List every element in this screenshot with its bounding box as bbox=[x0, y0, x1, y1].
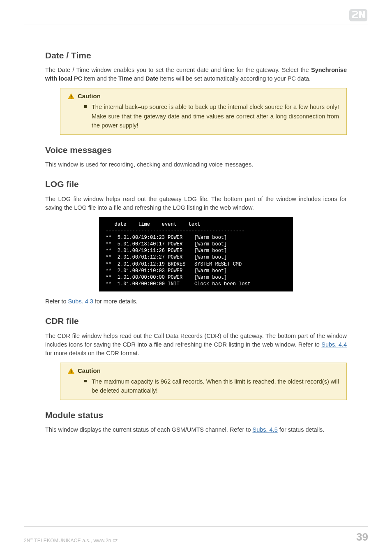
caution-date-time: Caution The internal back–up source is a… bbox=[60, 88, 347, 134]
bold-time: Time bbox=[118, 75, 132, 82]
text: The CDR file window helps read out the C… bbox=[45, 333, 347, 348]
text: This window displays the current status … bbox=[45, 426, 253, 433]
para-date-time: The Date / Time window enables you to se… bbox=[45, 66, 347, 83]
text: for more details. bbox=[93, 298, 138, 305]
para-log-file: The LOG file window helps read out the g… bbox=[45, 195, 347, 212]
heading-cdr-file: CDR file bbox=[45, 315, 347, 327]
footer-company: 2N® TELEKOMUNIKACE a.s., www.2n.cz bbox=[24, 537, 118, 543]
heading-voice-messages: Voice messages bbox=[45, 144, 347, 156]
text: Refer to bbox=[45, 298, 68, 305]
warning-icon bbox=[68, 93, 74, 99]
brand-logo bbox=[349, 9, 367, 21]
text: for status details. bbox=[278, 426, 325, 433]
text: and bbox=[132, 75, 145, 82]
bold-date: Date bbox=[145, 75, 158, 82]
svg-rect-3 bbox=[71, 370, 71, 372]
top-separator bbox=[24, 25, 368, 25]
caution-cdr-file: Caution The maximum capacity is 962 call… bbox=[60, 363, 347, 400]
text: items will be set automatically accordin… bbox=[158, 75, 311, 82]
caution-title-row: Caution bbox=[68, 366, 339, 375]
link-subs-4-5[interactable]: Subs. 4.5 bbox=[253, 426, 278, 433]
svg-rect-4 bbox=[71, 372, 71, 373]
para-log-refer: Refer to Subs. 4.3 for more details. bbox=[45, 297, 347, 306]
page: Date / Time The Date / Time window enabl… bbox=[0, 0, 392, 555]
heading-module-status: Module status bbox=[45, 409, 347, 421]
text: The Date / Time window enables you to se… bbox=[45, 67, 311, 73]
page-number: 39 bbox=[356, 531, 368, 543]
para-voice-messages: This window is used for recording, check… bbox=[45, 160, 347, 169]
content-body: Date / Time The Date / Time window enabl… bbox=[45, 49, 347, 434]
link-subs-4-3[interactable]: Subs. 4.3 bbox=[68, 298, 93, 305]
caution-body: The maximum capacity is 962 call records… bbox=[84, 377, 339, 395]
caution-body: The internal back–up source is able to b… bbox=[84, 102, 339, 130]
page-footer: 2N® TELEKOMUNIKACE a.s., www.2n.cz 39 bbox=[24, 526, 368, 543]
warning-icon bbox=[68, 368, 74, 374]
link-subs-4-4[interactable]: Subs. 4.4 bbox=[321, 341, 347, 348]
caution-title: Caution bbox=[78, 366, 101, 375]
footer-company-post: TELEKOMUNIKACE a.s., www.2n.cz bbox=[33, 538, 118, 543]
para-module-status: This window displays the current status … bbox=[45, 426, 347, 434]
log-terminal: date time event text -------------------… bbox=[99, 217, 293, 292]
heading-log-file: LOG file bbox=[45, 178, 347, 190]
text: item and the bbox=[82, 75, 118, 82]
text: for more details on the CDR format. bbox=[45, 350, 139, 356]
svg-rect-2 bbox=[71, 98, 71, 99]
footer-company-pre: 2N bbox=[24, 538, 30, 543]
heading-date-time: Date / Time bbox=[45, 49, 347, 62]
svg-rect-1 bbox=[71, 95, 71, 97]
caution-title-row: Caution bbox=[68, 92, 339, 101]
para-cdr-file: The CDR file window helps read out the C… bbox=[45, 332, 347, 358]
caution-title: Caution bbox=[78, 92, 101, 101]
